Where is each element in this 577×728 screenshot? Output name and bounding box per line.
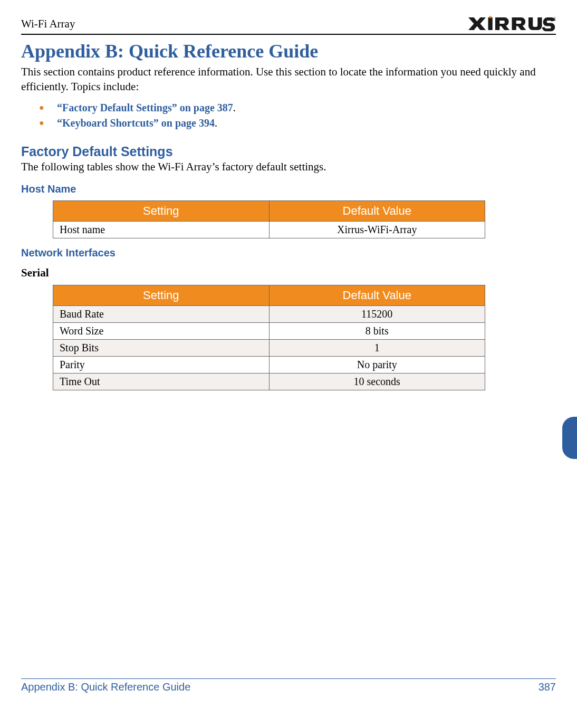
cell-value: 1 [269, 339, 485, 356]
table-row: Word Size 8 bits [53, 322, 485, 339]
cell-value: No parity [269, 356, 485, 373]
side-tab-icon [562, 417, 577, 459]
xirrus-logo: ® [466, 15, 556, 33]
svg-point-2 [489, 16, 492, 18]
topic-link[interactable]: “Factory Default Settings” on page 387 [57, 102, 233, 113]
section-heading-factory: Factory Default Settings [21, 144, 556, 159]
table-row: Time Out 10 seconds [53, 373, 485, 390]
footer-page-number: 387 [538, 681, 556, 693]
serial-label: Serial [21, 266, 556, 280]
cell-value: Xirrus-WiFi-Array [269, 221, 485, 238]
cell-setting: Word Size [53, 322, 270, 339]
factory-text: The following tables show the Wi-Fi Arra… [21, 160, 556, 174]
header-title: Wi-Fi Array [21, 17, 75, 31]
col-header-value: Default Value [269, 200, 485, 221]
cell-value: 10 seconds [269, 373, 485, 390]
host-name-table: Setting Default Value Host name Xirrus-W… [53, 200, 485, 238]
table-row: Baud Rate 115200 [53, 305, 485, 322]
svg-rect-0 [488, 17, 493, 30]
cell-setting: Stop Bits [53, 339, 270, 356]
subsection-host-name: Host Name [21, 183, 556, 195]
intro-text: This section contains product reference … [21, 64, 556, 94]
page-footer: Appendix B: Quick Reference Guide 387 [21, 678, 556, 693]
cell-value: 8 bits [269, 322, 485, 339]
topic-link[interactable]: “Keyboard Shortcuts” on page 394 [57, 117, 215, 129]
serial-table: Setting Default Value Baud Rate 115200 W… [53, 285, 485, 390]
footer-left: Appendix B: Quick Reference Guide [21, 681, 190, 693]
page-title: Appendix B: Quick Reference Guide [21, 40, 556, 62]
col-header-value: Default Value [269, 285, 485, 305]
page-header: Wi-Fi Array ® [21, 15, 556, 35]
cell-setting: Parity [53, 356, 270, 373]
subsection-network-interfaces: Network Interfaces [21, 247, 556, 259]
table-row: Parity No parity [53, 356, 485, 373]
topics-list: “Factory Default Settings” on page 387. … [21, 102, 556, 129]
col-header-setting: Setting [53, 285, 270, 305]
svg-text:®: ® [553, 16, 556, 21]
table-row: Stop Bits 1 [53, 339, 485, 356]
cell-setting: Time Out [53, 373, 270, 390]
table-header-row: Setting Default Value [53, 285, 485, 305]
topic-suffix: . [215, 117, 217, 129]
topic-suffix: . [233, 102, 236, 113]
col-header-setting: Setting [53, 200, 270, 221]
cell-setting: Baud Rate [53, 305, 270, 322]
cell-value: 115200 [269, 305, 485, 322]
list-item: “Keyboard Shortcuts” on page 394. [39, 117, 556, 129]
table-header-row: Setting Default Value [53, 200, 485, 221]
table-row: Host name Xirrus-WiFi-Array [53, 221, 485, 238]
list-item: “Factory Default Settings” on page 387. [39, 102, 556, 114]
cell-setting: Host name [53, 221, 270, 238]
